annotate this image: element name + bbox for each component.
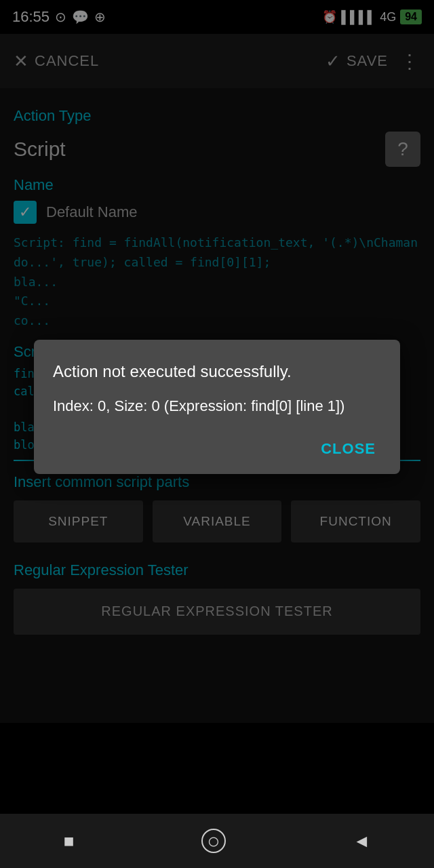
modal-overlay: Action not executed successfully. Index:… — [0, 0, 434, 814]
back-icon: ◄ — [353, 831, 371, 852]
nav-bar: ■ ○ ◄ — [0, 814, 434, 868]
modal-dialog: Action not executed successfully. Index:… — [34, 340, 400, 475]
modal-footer: CLOSE — [53, 437, 381, 460]
home-icon: ○ — [201, 829, 226, 853]
nav-back-button[interactable]: ◄ — [353, 831, 371, 852]
nav-stop-button[interactable]: ■ — [64, 831, 75, 852]
modal-body: Index: 0, Size: 0 (Expression: find[0] [… — [53, 395, 381, 417]
modal-close-button[interactable]: CLOSE — [315, 437, 381, 460]
modal-body-text: Index: 0, Size: 0 (Expression: find[0] [… — [53, 397, 344, 414]
modal-title: Action not executed successfully. — [53, 360, 381, 383]
stop-icon: ■ — [64, 831, 75, 852]
nav-home-button[interactable]: ○ — [201, 829, 226, 853]
